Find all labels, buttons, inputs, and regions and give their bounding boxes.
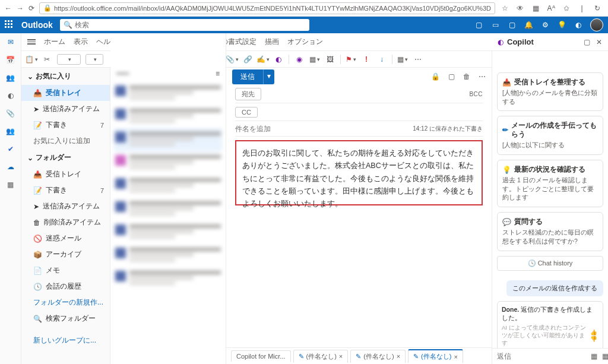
loop-icon[interactable]: ◉ [294, 54, 305, 65]
flag-icon[interactable]: ⚑ [346, 54, 356, 65]
teams-icon[interactable]: ▭ [490, 20, 500, 30]
list-item[interactable] [114, 151, 222, 175]
copilot-card-status[interactable]: 💡最新の状況を確認する 過去 1 日のメールを確認します。トピックごとに整理して… [497, 160, 603, 207]
apps-icon[interactable]: ▦ [397, 54, 408, 65]
address-bar[interactable]: 🔒 https://outlook.office.com/mail/inbox/… [39, 2, 495, 14]
popout-icon[interactable]: ▢ [448, 72, 455, 81]
cc-button[interactable]: CC [235, 107, 258, 118]
sidebar-item-notes[interactable]: 📄メモ [21, 262, 110, 278]
search-box[interactable]: 🔍 [60, 19, 309, 31]
sidebar-item-deleted[interactable]: 🗑削除済みアイテム [21, 214, 110, 230]
footer-tab-draft1[interactable]: ✎(件名なし)× [293, 350, 349, 363]
calendar-rail-icon[interactable]: 📅 [5, 55, 16, 65]
email-body[interactable]: 先日のお取引に関して、私たちの期待を超える対応をしていただきありがとうございまし… [235, 140, 483, 205]
list-item[interactable] [114, 105, 222, 128]
list-item[interactable] [114, 221, 222, 244]
thumbs-down-icon[interactable]: 👎 [590, 335, 597, 342]
people-rail-icon[interactable]: 👥 [5, 72, 16, 83]
low-importance-icon[interactable]: ↓ [376, 54, 387, 65]
chat-history-button[interactable]: 🕓 Chat history [497, 256, 603, 271]
close-icon[interactable]: × [397, 353, 400, 360]
attach-icon[interactable]: ▦ [591, 352, 597, 360]
refresh2-icon[interactable]: ↻ [593, 4, 602, 13]
fontsize-dropdown[interactable] [86, 54, 103, 65]
picture-icon[interactable]: 🖼 [325, 54, 335, 65]
more-apps-rail-icon[interactable]: ▦ [5, 179, 16, 190]
send-dropdown[interactable]: ▾ [263, 69, 274, 84]
send-button[interactable]: 送信 [232, 69, 263, 84]
sidebar-item-search-folder[interactable]: 🔍検索フォルダー [21, 311, 110, 327]
folders-header[interactable]: ⌄フォルダー [21, 149, 110, 166]
search-input[interactable] [75, 21, 306, 29]
avatar[interactable] [590, 18, 603, 31]
popout-icon[interactable]: ▢ [584, 38, 590, 46]
sidebar-item-drafts2[interactable]: 📝下書き7 [21, 182, 110, 198]
chat-icon[interactable]: ▢ [507, 20, 517, 30]
signature-icon[interactable]: ✍ [258, 54, 268, 65]
list-item[interactable] [114, 175, 222, 198]
thumbs-up-icon[interactable]: 👍 [590, 329, 597, 335]
star2-icon[interactable]: ✩ [562, 4, 571, 13]
tab-view[interactable]: 表示 [74, 34, 88, 49]
star-icon[interactable]: ☆ [500, 4, 509, 13]
copilot-input[interactable] [497, 352, 586, 360]
list-item[interactable] [114, 128, 222, 151]
sidebar-item-inbox[interactable]: 📥受信トレイ [21, 85, 110, 101]
sidebar-item-inbox2[interactable]: 📥受信トレイ [21, 166, 110, 182]
bell-icon[interactable]: 🔔 [524, 20, 533, 30]
todo-rail-icon[interactable]: ✔ [5, 144, 16, 154]
grid-icon[interactable]: ▦ [602, 352, 608, 360]
more-icon[interactable]: ⋯ [413, 54, 423, 65]
onedrive-rail-icon[interactable]: ☁ [5, 162, 16, 172]
list-item[interactable] [114, 244, 222, 267]
to-button[interactable]: 宛先 [235, 88, 261, 100]
sidebar-item-history[interactable]: 🕓会話の履歴 [21, 278, 110, 295]
footer-tab-draft3[interactable]: ✎(件名なし)× [408, 349, 463, 363]
footer-tab-draft2[interactable]: ✎(件名なし)× [350, 350, 406, 363]
more-compose-icon[interactable]: ⋯ [479, 72, 486, 81]
new-group-link[interactable]: 新しいグループに... [21, 333, 110, 349]
bcc-link[interactable]: BCC [469, 91, 483, 97]
eye-icon[interactable]: 👁 [515, 4, 525, 13]
copilot-card-organize[interactable]: 📥受信トレイを整理する [人物]からのメールを青色に分類する [497, 72, 603, 111]
copilot-rail-icon[interactable]: ◐ [5, 90, 16, 101]
copilot-card-ask[interactable]: 💬質問する ストレス軽減のために毎日の瞑想をする利点は何ですか? [497, 212, 603, 251]
sidebar-item-sent[interactable]: ➤送信済みアイテム [21, 101, 110, 117]
attach-icon[interactable]: 📎 [227, 54, 238, 65]
paste-icon[interactable]: 📋 [26, 54, 37, 65]
table-icon[interactable]: ▦ [309, 54, 320, 65]
forward-icon[interactable]: → [17, 4, 24, 13]
gear-icon[interactable]: ⚙ [540, 20, 550, 30]
sidebar-item-drafts[interactable]: 📝下書き7 [21, 117, 110, 133]
copilot-card-compose[interactable]: ✏メールの作成を手伝ってもらう [人物]に以下に関する [497, 116, 603, 155]
footer-tab-copilot[interactable]: Copilot for Micr... [231, 350, 291, 362]
close-icon[interactable]: ✕ [596, 38, 602, 46]
link-icon[interactable]: 🔗 [242, 54, 253, 65]
copilot-compose-icon[interactable]: ◐ [273, 54, 284, 65]
clipboard-icon[interactable]: ✂ [42, 54, 52, 65]
discard-icon[interactable]: 🗑 [463, 72, 470, 81]
font-dropdown[interactable] [57, 54, 81, 65]
copilot-header-icon[interactable]: ◐ [574, 20, 583, 30]
text-icon[interactable]: Aᴬ [546, 4, 556, 13]
tab-draw[interactable]: 描画 [265, 34, 279, 49]
favorites-header[interactable]: ⌄お気に入り [21, 68, 110, 85]
app-launcher-icon[interactable] [5, 20, 14, 30]
new-folder-link[interactable]: フォルダーの新規作... [21, 295, 110, 311]
close-icon[interactable]: × [339, 353, 343, 360]
tab-options[interactable]: オプション [287, 34, 323, 49]
encrypt-icon[interactable]: 🔒 [431, 72, 440, 81]
list-item[interactable] [114, 82, 222, 105]
importance-icon[interactable]: ! [361, 54, 372, 65]
close-icon[interactable]: × [454, 353, 457, 360]
grid-icon[interactable]: ▦ [531, 4, 540, 13]
teams-rail-icon[interactable]: 👥 [5, 126, 16, 137]
subject-input[interactable] [235, 125, 413, 133]
meet-icon[interactable]: ▢ [474, 20, 483, 30]
sidebar-item-sent2[interactable]: ➤送信済みアイテム [21, 198, 110, 214]
back-icon[interactable]: ← [5, 4, 12, 13]
files-rail-icon[interactable]: 📎 [5, 108, 16, 119]
list-item[interactable] [114, 267, 222, 290]
mail-rail-icon[interactable]: ✉ [5, 37, 16, 48]
tab-home[interactable]: ホーム [44, 34, 65, 49]
